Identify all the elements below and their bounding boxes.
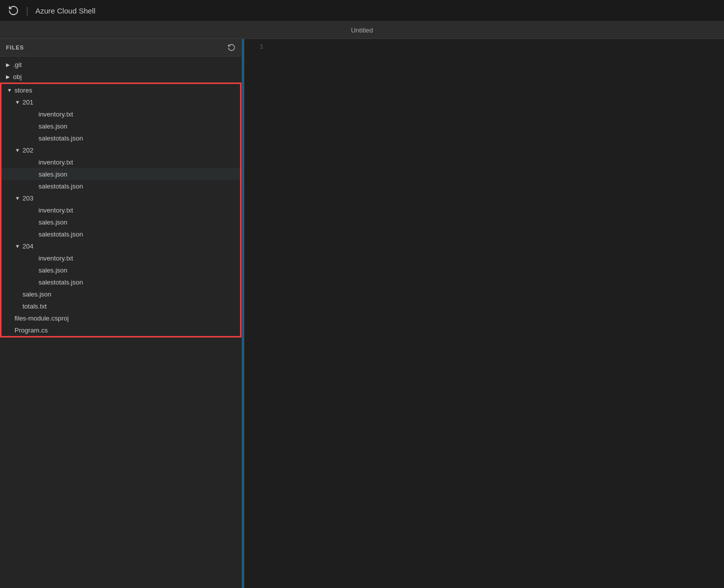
tree-item-salestotals-204[interactable]: salestotals.json xyxy=(2,276,240,288)
label-program-cs: Program.cs xyxy=(14,326,48,334)
label-sales-203: sales.json xyxy=(38,218,68,226)
tree-item-sales-203[interactable]: sales.json xyxy=(2,216,240,228)
editor-body[interactable] xyxy=(270,39,724,588)
label-sales-204: sales.json xyxy=(38,266,68,274)
files-label: FILES xyxy=(6,44,24,50)
tree-item-sales-202[interactable]: sales.json xyxy=(2,168,240,180)
tree-item-stores[interactable]: stores xyxy=(2,84,240,96)
label-obj: obj xyxy=(13,73,22,80)
tree-item-files-module[interactable]: files-module.csproj xyxy=(2,312,240,324)
arrow-202 xyxy=(14,148,22,153)
tree-item-salestotals-201[interactable]: salestotals.json xyxy=(2,132,240,144)
label-inventory-204: inventory.txt xyxy=(38,254,73,262)
tree-item-203[interactable]: 203 xyxy=(2,192,240,204)
label-201: 201 xyxy=(22,98,34,106)
arrow-git xyxy=(4,62,12,68)
azure-refresh-icon xyxy=(8,5,19,16)
label-sales-202: sales.json xyxy=(38,170,68,178)
tree-item-inventory-201[interactable]: inventory.txt xyxy=(2,108,240,120)
main-layout: FILES .git obj stores xyxy=(0,39,724,588)
label-inventory-202: inventory.txt xyxy=(38,158,73,166)
arrow-204 xyxy=(14,244,22,249)
label-202: 202 xyxy=(22,146,34,154)
tree-item-204[interactable]: 204 xyxy=(2,240,240,252)
top-bar-divider: | xyxy=(26,6,28,16)
tree-item-inventory-204[interactable]: inventory.txt xyxy=(2,252,240,264)
label-files-module: files-module.csproj xyxy=(14,314,68,322)
label-203: 203 xyxy=(22,194,34,202)
tree-item-202[interactable]: 202 xyxy=(2,144,240,156)
label-git: .git xyxy=(13,61,22,68)
tree-item-sales-stores[interactable]: sales.json xyxy=(2,288,240,300)
label-sales-201: sales.json xyxy=(38,122,68,130)
arrow-201 xyxy=(14,100,22,105)
tree-item-program-cs[interactable]: Program.cs xyxy=(2,324,240,336)
editor-area: 1 xyxy=(244,39,724,588)
line-number-1: 1 xyxy=(244,42,264,52)
tree-item-totals-stores[interactable]: totals.txt xyxy=(2,300,240,312)
label-inventory-203: inventory.txt xyxy=(38,206,73,214)
tree-item-sales-201[interactable]: sales.json xyxy=(2,120,240,132)
label-salestotals-201: salestotals.json xyxy=(38,134,83,142)
tree-item-obj[interactable]: obj xyxy=(0,70,242,82)
file-tree: .git obj stores 201 xyxy=(0,56,242,588)
sidebar: FILES .git obj stores xyxy=(0,39,242,588)
label-inventory-201: inventory.txt xyxy=(38,110,73,118)
label-sales-stores: sales.json xyxy=(22,290,52,298)
tree-item-sales-204[interactable]: sales.json xyxy=(2,264,240,276)
editor-content: 1 xyxy=(244,39,724,588)
label-204: 204 xyxy=(22,242,34,250)
arrow-stores xyxy=(6,88,14,93)
line-numbers: 1 xyxy=(244,39,270,588)
label-salestotals-204: salestotals.json xyxy=(38,278,83,286)
label-totals-stores: totals.txt xyxy=(22,302,46,310)
tree-item-salestotals-202[interactable]: salestotals.json xyxy=(2,180,240,192)
top-bar-title: Azure Cloud Shell xyxy=(36,6,96,15)
label-stores: stores xyxy=(14,86,32,94)
splitter[interactable] xyxy=(242,39,244,588)
tree-item-git[interactable]: .git xyxy=(0,58,242,70)
tab-title: Untitled xyxy=(351,26,373,34)
arrow-obj xyxy=(4,74,12,80)
arrow-203 xyxy=(14,196,22,201)
tree-item-inventory-202[interactable]: inventory.txt xyxy=(2,156,240,168)
sidebar-header: FILES xyxy=(0,39,242,56)
top-bar: | Azure Cloud Shell xyxy=(0,0,724,22)
tab-bar: Untitled xyxy=(0,22,724,39)
tree-item-inventory-203[interactable]: inventory.txt xyxy=(2,204,240,216)
highlight-region: stores 201 inventory.txt sales.json xyxy=(0,82,242,338)
label-salestotals-203: salestotals.json xyxy=(38,230,83,238)
tree-item-201[interactable]: 201 xyxy=(2,96,240,108)
sidebar-refresh-icon[interactable] xyxy=(228,44,236,52)
tree-item-salestotals-203[interactable]: salestotals.json xyxy=(2,228,240,240)
label-salestotals-202: salestotals.json xyxy=(38,182,83,190)
